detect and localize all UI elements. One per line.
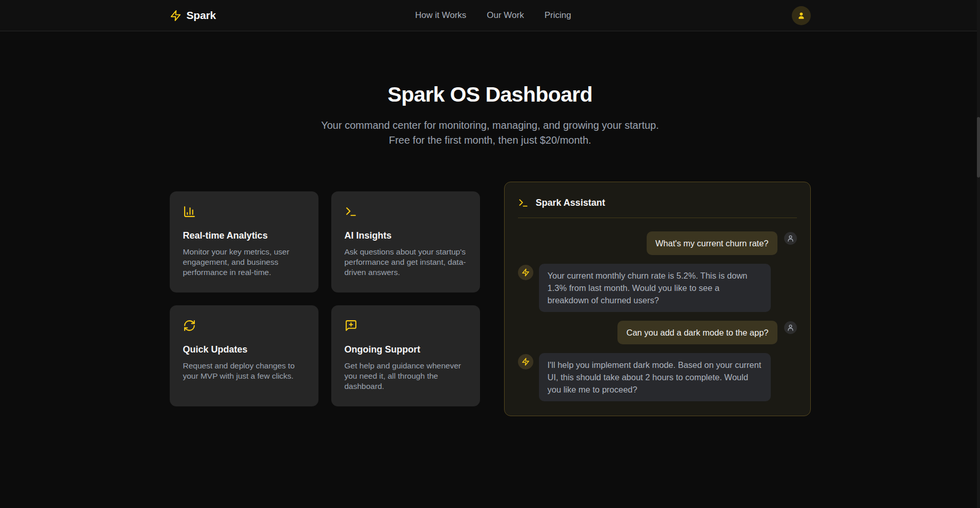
nav-link-our-work[interactable]: Our Work bbox=[487, 10, 524, 21]
feature-card-ai-insights: AI Insights Ask questions about your sta… bbox=[331, 191, 480, 292]
nav-link-pricing[interactable]: Pricing bbox=[545, 10, 571, 21]
feature-grid: Real-time Analytics Monitor your key met… bbox=[170, 191, 480, 406]
assistant-message-bubble: Your current monthly churn rate is 5.2%.… bbox=[539, 264, 771, 312]
assistant-avatar-zap-icon bbox=[518, 354, 533, 369]
feature-description: Request and deploy changes to your MVP w… bbox=[183, 361, 305, 381]
feature-title: Ongoing Support bbox=[345, 344, 467, 355]
terminal-icon bbox=[518, 198, 529, 208]
assistant-header: Spark Assistant bbox=[518, 194, 797, 218]
user-avatar-icon bbox=[784, 321, 797, 334]
assistant-title: Spark Assistant bbox=[536, 198, 605, 208]
assistant-avatar-zap-icon bbox=[518, 265, 533, 280]
refresh-icon bbox=[183, 319, 305, 332]
page-subtitle: Your command center for monitoring, mana… bbox=[318, 118, 663, 148]
message-list: What's my current churn rate? Your curre… bbox=[518, 231, 797, 401]
page-scrollbar-thumb[interactable] bbox=[977, 117, 980, 178]
assistant-message-bubble: I'll help you implement dark mode. Based… bbox=[539, 353, 771, 401]
nav-links: How it Works Our Work Pricing bbox=[415, 10, 571, 21]
terminal-icon bbox=[345, 205, 467, 218]
user-message-bubble: Can you add a dark mode to the app? bbox=[617, 321, 777, 344]
page-title: Spark OS Dashboard bbox=[0, 83, 980, 107]
feature-title: Quick Updates bbox=[183, 344, 305, 355]
feature-card-ongoing-support: Ongoing Support Get help and guidance wh… bbox=[331, 305, 480, 406]
user-avatar-icon bbox=[784, 232, 797, 245]
feature-title: Real-time Analytics bbox=[183, 230, 305, 241]
user-message-row: What's my current churn rate? bbox=[518, 231, 797, 255]
feature-description: Ask questions about your startup's perfo… bbox=[345, 247, 467, 278]
hero-section: Spark OS Dashboard Your command center f… bbox=[0, 83, 980, 148]
feature-title: AI Insights bbox=[345, 230, 467, 241]
assistant-message-row: I'll help you implement dark mode. Based… bbox=[518, 353, 797, 401]
nav-link-how-it-works[interactable]: How it Works bbox=[415, 10, 466, 21]
zap-icon bbox=[170, 10, 182, 22]
feature-card-realtime-analytics: Real-time Analytics Monitor your key met… bbox=[170, 191, 318, 292]
top-nav: Spark How it Works Our Work Pricing bbox=[0, 0, 980, 31]
main-content: Real-time Analytics Monitor your key met… bbox=[170, 182, 811, 416]
bar-chart-icon bbox=[183, 205, 305, 218]
user-icon bbox=[796, 11, 806, 21]
user-message-row: Can you add a dark mode to the app? bbox=[518, 321, 797, 344]
page-scrollbar-track bbox=[977, 0, 980, 508]
message-square-plus-icon bbox=[345, 319, 467, 332]
user-message-bubble: What's my current churn rate? bbox=[647, 231, 777, 255]
brand-logo[interactable]: Spark bbox=[170, 9, 216, 22]
feature-card-quick-updates: Quick Updates Request and deploy changes… bbox=[170, 305, 318, 406]
spark-assistant-panel: Spark Assistant What's my current churn … bbox=[504, 182, 811, 416]
assistant-divider bbox=[518, 218, 797, 218]
assistant-message-row: Your current monthly churn rate is 5.2%.… bbox=[518, 264, 797, 312]
account-avatar-button[interactable] bbox=[792, 6, 811, 25]
brand-name: Spark bbox=[187, 9, 216, 22]
feature-description: Monitor your key metrics, user engagemen… bbox=[183, 247, 305, 278]
feature-description: Get help and guidance whenever you need … bbox=[345, 361, 467, 392]
